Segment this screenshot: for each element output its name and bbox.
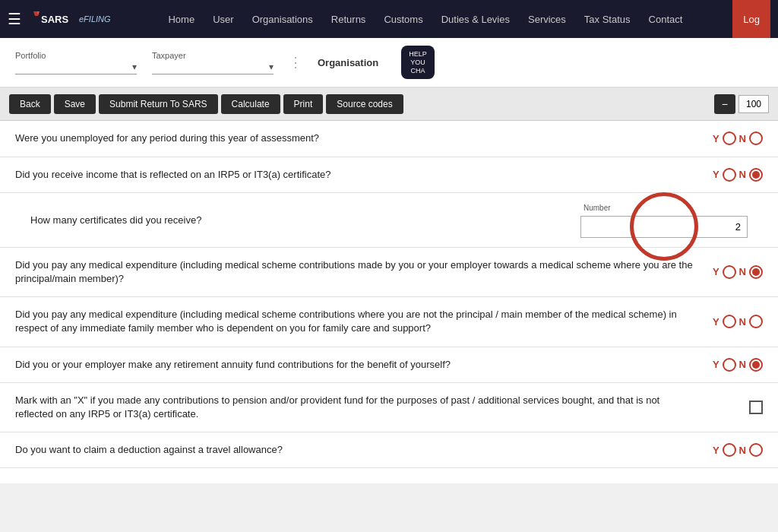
y-label-q1: Y (713, 133, 719, 144)
taxpayer-select[interactable]: ▾ (152, 62, 274, 74)
question-irp5-controls: Y N (702, 168, 763, 182)
question-num-certificates: How many certificates did you receive? N… (0, 193, 778, 248)
number-field-label: Number (584, 204, 611, 212)
zoom-minus-button[interactable]: − (714, 94, 735, 114)
toolbar: Back Save Submit Return To SARS Calculat… (0, 88, 778, 121)
no-radio-q4[interactable] (749, 315, 763, 328)
question-retirement: Did you or your employer make any retire… (0, 347, 778, 383)
efiling-logo-text: eFILING (79, 14, 111, 24)
question-unemployed-text: Were you unemployed for any period durin… (15, 131, 694, 145)
question-travel-controls: Y N (702, 443, 763, 457)
no-radio-q2[interactable] (749, 168, 763, 182)
yes-radio-q5[interactable] (723, 358, 736, 372)
n-label-q5: N (739, 359, 746, 370)
portfolio-arrow-icon: ▾ (132, 62, 137, 72)
no-radio-q5[interactable] (749, 358, 763, 372)
question-pension-controls (702, 401, 763, 414)
portfolio-select[interactable]: ▾ (15, 62, 137, 74)
question-num-certs-text: How many certificates did you receive? (30, 214, 573, 226)
nav-home[interactable]: Home (160, 9, 202, 30)
y-label-q7: Y (713, 445, 719, 456)
nav-tax-status[interactable]: Tax Status (577, 9, 638, 30)
portfolio-label: Portfolio (15, 51, 137, 60)
nav-organisations[interactable]: Organisations (245, 9, 321, 30)
hamburger-icon[interactable]: ☰ (8, 10, 21, 28)
help-line1: HELP (409, 50, 427, 59)
y-label-q4: Y (713, 316, 719, 328)
no-radio-q1[interactable] (749, 131, 763, 145)
question-pension-text: Mark with an "X" if you made any contrib… (15, 394, 694, 421)
nav-contact[interactable]: Contact (641, 9, 691, 30)
zoom-value: 100 (738, 95, 769, 113)
nav-user[interactable]: User (205, 9, 241, 30)
y-label-q2: Y (713, 169, 719, 180)
login-button[interactable]: Log (732, 0, 770, 38)
calculate-button[interactable]: Calculate (221, 94, 280, 114)
yes-radio-q7[interactable] (723, 443, 736, 457)
n-label-q4: N (739, 316, 746, 328)
yes-radio-q3[interactable] (723, 265, 736, 279)
taxpayer-arrow-icon: ▾ (269, 62, 274, 72)
yes-radio-q4[interactable] (723, 315, 736, 328)
question-unemployed-controls: Y N (702, 131, 763, 145)
question-travel: Do you want to claim a deduction against… (0, 432, 778, 468)
no-radio-q3[interactable] (749, 265, 763, 279)
svg-text:SARS: SARS (41, 14, 68, 25)
help-line2: YOU (409, 59, 427, 67)
question-pension-checkbox: Mark with an "X" if you made any contrib… (0, 383, 778, 432)
question-medical-principal: Did you pay any medical expenditure (inc… (0, 248, 778, 297)
nav-links: Home User Organisations Returns Customs … (123, 9, 729, 30)
nav-duties[interactable]: Duties & Levies (434, 9, 517, 30)
header-divider: ⋮ (289, 54, 302, 71)
yes-radio-q1[interactable] (723, 131, 736, 145)
yes-radio-q2[interactable] (723, 168, 736, 182)
question-medical-family: Did you pay any medical expenditure (inc… (0, 297, 778, 347)
pension-checkbox[interactable] (749, 401, 763, 414)
question-retirement-controls: Y N (702, 358, 763, 372)
question-medical-family-controls: Y N (702, 315, 763, 328)
question-medical-principal-text: Did you pay any medical expenditure (inc… (15, 258, 694, 286)
num-certificates-input[interactable] (580, 216, 748, 238)
source-codes-button[interactable]: Source codes (326, 94, 403, 114)
print-button[interactable]: Print (283, 94, 324, 114)
question-unemployed: Were you unemployed for any period durin… (0, 121, 778, 157)
question-medical-family-text: Did you pay any medical expenditure (inc… (15, 308, 694, 335)
header-bar: Portfolio ▾ Taxpayer ▾ ⋮ Organisation HE… (0, 38, 778, 88)
logo-area: SARS eFILING (29, 10, 111, 28)
nav-customs[interactable]: Customs (376, 9, 430, 30)
taxpayer-label: Taxpayer (152, 51, 274, 60)
y-label-q3: Y (713, 266, 719, 277)
taxpayer-field: Taxpayer ▾ (152, 51, 274, 74)
sars-logo-text: SARS (29, 10, 74, 28)
help-button[interactable]: HELP YOU CHA (401, 46, 435, 79)
portfolio-field: Portfolio ▾ (15, 51, 137, 74)
n-label-q3: N (739, 266, 746, 277)
save-button[interactable]: Save (54, 94, 96, 114)
back-button[interactable]: Back (9, 94, 51, 114)
nav-services[interactable]: Services (520, 9, 574, 30)
question-retirement-text: Did you or your employer make any retire… (15, 358, 694, 372)
form-content: Were you unemployed for any period durin… (0, 121, 778, 483)
number-input-container (580, 216, 748, 238)
y-label-q5: Y (713, 359, 719, 370)
submit-button[interactable]: Submit Return To SARS (99, 94, 218, 114)
organisation-label: Organisation (318, 57, 378, 68)
help-line3: CHA (409, 67, 427, 75)
n-label-q2: N (739, 169, 746, 180)
question-travel-text: Do you want to claim a deduction against… (15, 443, 694, 457)
question-irp5-text: Did you receive income that is reflected… (15, 168, 694, 182)
navbar: ☰ SARS eFILING Home User Organisations R… (0, 0, 778, 38)
number-field-wrapper: Number (580, 216, 748, 238)
nav-returns[interactable]: Returns (324, 9, 374, 30)
no-radio-q7[interactable] (749, 443, 763, 457)
question-irp5: Did you receive income that is reflected… (0, 157, 778, 193)
n-label-q7: N (739, 445, 746, 456)
question-medical-principal-controls: Y N (702, 265, 763, 279)
n-label-q1: N (739, 133, 746, 144)
